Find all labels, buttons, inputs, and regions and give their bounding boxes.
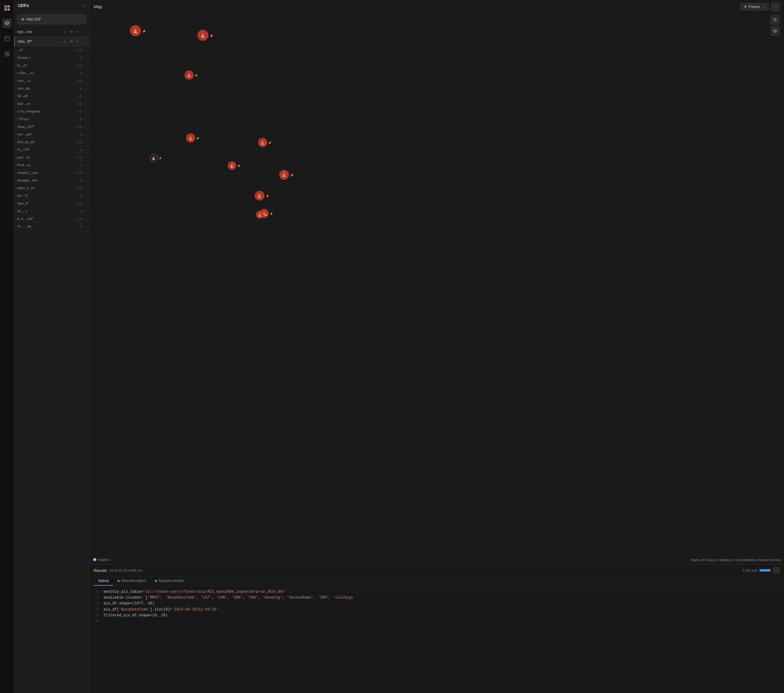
nav-map[interactable] xyxy=(2,34,12,43)
udf-tab-visu[interactable]: visu...th* ▷ 👁 ✕ ⌄ xyxy=(14,37,89,46)
svg-point-47 xyxy=(774,18,776,21)
tab-expand-icon[interactable]: ⌄ xyxy=(81,30,86,35)
results-header: Results 29.4115,-93.6198,14z 2.01s avg ⋯ xyxy=(89,564,784,576)
ship-marker[interactable]: ⛵ ⚡ xyxy=(228,161,241,170)
list-item[interactable]: r Tfl.ov.t ⊞·⌄ xyxy=(14,115,89,123)
line-num-6: 6 xyxy=(94,619,99,624)
code-line-5: 5 filtered_ais_df.shape=(0, 19) xyxy=(94,613,780,619)
list-item[interactable]: nbdu_d...m* ▷⊞·⌄ xyxy=(14,184,89,192)
map-more-button[interactable]: ⋯ xyxy=(771,2,780,11)
list-item[interactable]: pum...uf ▷⊞·⌄ xyxy=(14,153,89,161)
tab-visu-close-icon[interactable]: ✕ xyxy=(75,39,80,44)
udf-tab-repl-icons: ▷ 👁 ✕ ⌄ xyxy=(63,30,86,35)
map-search-button[interactable] xyxy=(771,15,780,25)
map-header: Map ⏸ Freeze ⌄ ⋯ xyxy=(89,0,784,13)
code-line-4: 4 ais_df['BaseDateTime'].iloc[0]='2024-0… xyxy=(94,607,780,613)
list-item[interactable]: n Fbn..._m... ⊞·⌄ xyxy=(14,69,89,77)
ship-marker[interactable]: ⛵ ⚡ xyxy=(150,154,162,162)
udf-tab-repl[interactable]: repl...eve ▷ 👁 ✕ ⌄ xyxy=(14,27,89,37)
svg-rect-1 xyxy=(7,5,10,8)
svg-text:⚡: ⚡ xyxy=(268,141,272,145)
list-item[interactable]: SF..udf ▷⊞·⌄ xyxy=(14,92,89,100)
list-item[interactable]: Fe... ...be ⊞·⌄ xyxy=(14,223,89,230)
mapbox-branding: mapbox xyxy=(92,558,110,562)
list-item[interactable]: nm*...uat* ⊞·⌄ xyxy=(14,130,89,138)
results-label: Results xyxy=(94,568,107,573)
ship-marker[interactable]: ⛵ ⚡ xyxy=(186,134,200,143)
map-location-button[interactable] xyxy=(771,26,780,36)
udf-tab-visu-icons: ▷ 👁 ✕ ⌄ xyxy=(63,39,86,44)
nav-layers[interactable] xyxy=(2,18,12,28)
ship-marker[interactable]: ⛵ ⚡ xyxy=(279,170,294,180)
list-item[interactable]: dm...Tf ⊞·⌄ xyxy=(14,192,89,200)
list-item[interactable]: sour_...d ▷⊞·⌄ xyxy=(14,77,89,85)
svg-line-48 xyxy=(776,21,777,22)
add-udf-button[interactable]: ⊕ Add UDF xyxy=(17,15,86,24)
list-item[interactable]: mmpbs_l_buu ▷⊞·⌄ xyxy=(14,169,89,177)
tab-run-icon[interactable]: ▷ xyxy=(63,30,68,35)
tab-request-label: Request details xyxy=(158,579,184,583)
ship-markers: ⛵ ⚡ ⛵ ⚡ ⛵ ⚡ ⛵ ⚡ xyxy=(89,0,784,564)
add-udf-icon: ⊕ xyxy=(21,17,24,21)
list-item[interactable]: Gcmas..l... ⊞·⌄ xyxy=(14,54,89,62)
list-item[interactable]: Ferd...uu ⊞·⌄ xyxy=(14,161,89,169)
ship-marker[interactable]: ⛵ ⚡ xyxy=(184,71,198,80)
sidebar-expand-icon[interactable]: » xyxy=(83,3,86,8)
list-item[interactable]: ...d* ▷⊞·⌄ xyxy=(14,46,89,54)
list-item[interactable]: d_m... pnt* ▷⊞·⌄ xyxy=(14,215,89,223)
list-item[interactable]: Xbau_LRT* ▷⊞·⌄ xyxy=(14,123,89,130)
svg-rect-0 xyxy=(4,5,7,8)
svg-rect-10 xyxy=(5,54,7,56)
svg-text:⚡: ⚡ xyxy=(270,212,273,216)
line-content-3: ais_df.shape=(1977, 18) xyxy=(104,601,155,607)
list-item[interactable]: Lam_pts ⊞·⌄ xyxy=(14,85,89,92)
svg-text:⚡: ⚡ xyxy=(266,194,269,198)
code-line-1: 1 monthly_ais_table='s3://fused-users/fu… xyxy=(94,589,780,595)
list-item[interactable]: fs_..m* ▷⊞·⌄ xyxy=(14,62,89,69)
line-num-4: 4 xyxy=(94,607,99,613)
tab-request-dot xyxy=(155,580,157,582)
tab-visu-expand-icon[interactable]: ⌄ xyxy=(81,39,86,44)
left-nav xyxy=(0,0,14,693)
svg-text:⚡: ⚡ xyxy=(142,29,146,33)
map-canvas[interactable]: ⛵ ⚡ ⛵ ⚡ ⛵ ⚡ ⛵ ⚡ xyxy=(89,0,784,564)
freeze-button[interactable]: ⏸ Freeze ⌄ xyxy=(740,3,769,10)
code-line-2: 2 available columns: ['MMSI', 'BaseDateT… xyxy=(94,595,780,601)
tab-visu-run-icon[interactable]: ▷ xyxy=(63,39,68,44)
list-item[interactable]: Safr ...nt ⊞·⌄ xyxy=(14,100,89,107)
mapbox-attribution: Made with Fused | © Mapbox © OpenStreetM… xyxy=(691,558,781,562)
svg-text:⚡: ⚡ xyxy=(237,164,241,168)
results-more-button[interactable]: ⋯ xyxy=(773,567,780,574)
nav-grid[interactable] xyxy=(2,49,12,59)
list-item[interactable]: dmupbe...bnu ⊞·⌄ xyxy=(14,177,89,184)
freeze-label: Freeze xyxy=(748,5,760,9)
list-item[interactable]: s VU_Fengined ▷⊞·⌄ xyxy=(14,107,89,115)
ship-marker[interactable]: ⛵ ⚡ xyxy=(198,30,214,41)
line-num-5: 5 xyxy=(94,613,99,619)
tab-eye-icon[interactable]: 👁 xyxy=(69,30,74,35)
sidebar-title: UDFs xyxy=(18,3,29,8)
freeze-chevron: ⌄ xyxy=(762,5,765,9)
tab-close-icon[interactable]: ✕ xyxy=(75,30,80,35)
list-item[interactable]: Anrt_at_stl* ▷⊞·⌄ xyxy=(14,138,89,146)
list-item[interactable]: du_...n ⊞·⌄ xyxy=(14,207,89,215)
list-item[interactable]: Fu_VTF ⊞·⌄ xyxy=(14,146,89,153)
list-item[interactable]: Taul_5f ▷⊞·⌄ xyxy=(14,200,89,207)
tab-request-details[interactable]: Request details xyxy=(150,576,188,586)
svg-text:⛵: ⛵ xyxy=(260,140,265,145)
main-content: Map ⏸ Freeze ⌄ ⋯ ⛵ ⚡ xyxy=(89,0,784,693)
svg-marker-4 xyxy=(5,21,9,24)
tab-visu-eye-icon[interactable]: 👁 xyxy=(69,39,74,44)
sidebar: UDFs » ⊕ Add UDF repl...eve ▷ 👁 ✕ ⌄ visu… xyxy=(14,0,89,693)
tab-stdout-label: Stdout xyxy=(98,579,109,583)
ship-marker[interactable]: ⛵ ⚡ xyxy=(255,191,269,201)
map-overlay-controls xyxy=(771,15,780,36)
tab-stdout[interactable]: Stdout xyxy=(94,576,113,586)
line-content-4: ais_df['BaseDateTime'].iloc[0]='2024-09-… xyxy=(104,607,219,613)
svg-text:⛵: ⛵ xyxy=(257,193,262,198)
results-coordinates: 29.4115,-93.6198,14z xyxy=(109,569,142,572)
ship-marker[interactable]: ⛵ ⚡ xyxy=(130,25,146,36)
tab-selected-dot xyxy=(117,580,120,582)
ship-marker[interactable]: ⛵ ⚡ xyxy=(258,138,272,147)
tab-selected-object[interactable]: Selected object xyxy=(113,576,150,586)
